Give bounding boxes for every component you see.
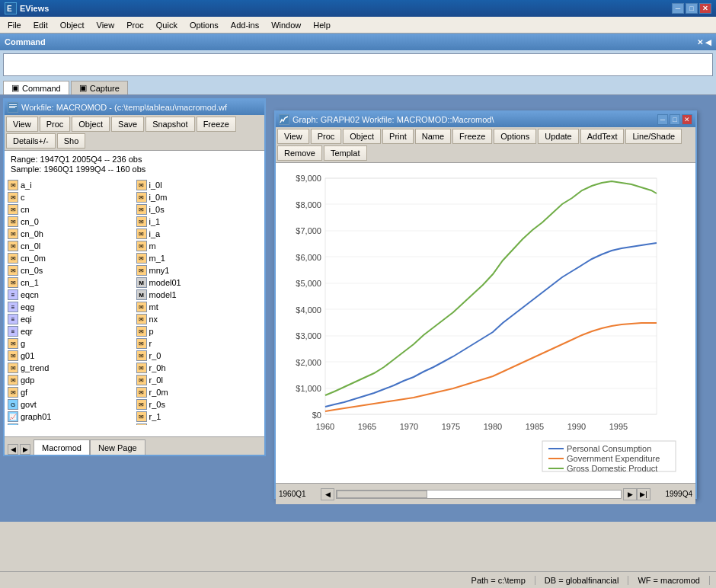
scroll-right-btn[interactable]: ▶ (623, 488, 637, 500)
series-icon: ✉ (8, 375, 18, 385)
var-g_trend[interactable]: ✉g_trend (6, 362, 135, 374)
graph-maximize-btn[interactable]: □ (670, 114, 680, 125)
command-pin[interactable]: ✕ ◀ (697, 38, 711, 46)
var-eqr[interactable]: ≡eqr (6, 325, 135, 337)
tab-next-btn[interactable]: ▶ (20, 444, 30, 455)
scroll-end-btn[interactable]: ▶| (637, 488, 650, 500)
equation-icon: ≡ (8, 302, 18, 312)
var-m[interactable]: ✉m (135, 240, 264, 252)
var-graph01[interactable]: 📈graph01 (6, 411, 135, 423)
workfile-save-btn[interactable]: Save (111, 117, 144, 132)
graph-addtext-btn[interactable]: AddText (580, 129, 625, 144)
graph-options-btn[interactable]: Options (494, 129, 536, 144)
var-mt[interactable]: ✉mt (135, 301, 264, 313)
var-i_0s[interactable]: ✉i_0s (135, 203, 264, 216)
var-r_0s[interactable]: ✉r_0s (135, 398, 264, 411)
workfile-details-btn[interactable]: Details+/- (6, 133, 56, 149)
workfile-snapshot-btn[interactable]: Snapshot (145, 117, 194, 132)
svg-text:$2,000: $2,000 (296, 358, 321, 367)
var-r_0l[interactable]: ✉r_0l (135, 374, 264, 386)
menu-window[interactable]: Window (265, 19, 307, 31)
var-g[interactable]: ✉g (6, 337, 135, 350)
menu-edit[interactable]: Edit (27, 19, 54, 31)
var-graph02[interactable]: 📈graph02 (6, 423, 135, 425)
tab-macromod[interactable]: Macromod (34, 439, 90, 455)
var-r_0m[interactable]: ✉r_0m (135, 386, 264, 398)
var-g01[interactable]: ✉g01 (6, 350, 135, 362)
var-cn_1[interactable]: ✉cn_1 (6, 276, 135, 289)
menu-addins[interactable]: Add-ins (225, 19, 265, 31)
workfile-view-btn[interactable]: View (6, 117, 38, 132)
graph-name-btn[interactable]: Name (415, 129, 451, 144)
var-i_1[interactable]: ✉i_1 (135, 216, 264, 228)
menu-help[interactable]: Help (307, 19, 337, 31)
graph-print-btn[interactable]: Print (382, 129, 414, 144)
var-cn_0s[interactable]: ✉cn_0s (6, 264, 135, 276)
scroll-left-btn[interactable]: ◀ (321, 488, 334, 500)
graph-lineshade-btn[interactable]: Line/Shade (625, 129, 682, 144)
workfile-show-btn[interactable]: Sho (57, 133, 86, 149)
var-r_0h[interactable]: ✉r_0h (135, 362, 264, 374)
var-cn_0l[interactable]: ✉cn_0l (6, 240, 135, 252)
menu-proc[interactable]: Proc (120, 19, 150, 31)
graph-update-btn[interactable]: Update (538, 129, 578, 144)
var-m_1[interactable]: ✉m_1 (135, 252, 264, 264)
graph-template-btn[interactable]: Templat (324, 145, 367, 161)
var-gf[interactable]: ✉gf (6, 386, 135, 398)
var-p[interactable]: ✉p (135, 325, 264, 337)
svg-text:1970: 1970 (400, 422, 418, 431)
var-r_0[interactable]: ✉r_0 (135, 350, 264, 362)
var-r[interactable]: ✉r (135, 337, 264, 350)
var-i_a[interactable]: ✉i_a (135, 228, 264, 240)
scroll-track[interactable] (336, 490, 622, 499)
svg-text:1965: 1965 (358, 422, 376, 431)
tab-new-page[interactable]: New Page (90, 439, 145, 455)
var-r_1[interactable]: ✉r_1 (135, 411, 264, 423)
var-cn_0m[interactable]: ✉cn_0m (6, 252, 135, 264)
var-govt[interactable]: Ggovt (6, 398, 135, 411)
command-input[interactable] (3, 53, 713, 76)
var-c[interactable]: ✉c (6, 191, 135, 203)
minimize-button[interactable]: ─ (672, 3, 684, 14)
var-a_i[interactable]: ✉a_i (6, 179, 135, 191)
series-icon: ✉ (8, 241, 18, 251)
var-gdp[interactable]: ✉gdp (6, 374, 135, 386)
graph-object-btn[interactable]: Object (343, 129, 381, 144)
var-resid[interactable]: ✉resid (135, 423, 264, 425)
workfile-object-btn[interactable]: Object (72, 117, 110, 132)
graph-remove-btn[interactable]: Remove (277, 145, 322, 161)
var-cn_0h[interactable]: ✉cn_0h (6, 228, 135, 240)
workfile-proc-btn[interactable]: Proc (40, 117, 71, 132)
maximize-button[interactable]: □ (686, 3, 698, 14)
var-eqi[interactable]: ≡eqi (6, 313, 135, 325)
var-eqg[interactable]: ≡eqg (6, 301, 135, 313)
var-i_0l[interactable]: ✉i_0l (135, 179, 264, 191)
menu-file[interactable]: File (2, 19, 27, 31)
graph-close-btn[interactable]: ✕ (682, 114, 692, 125)
var-i_0m[interactable]: ✉i_0m (135, 191, 264, 203)
var-eqcn[interactable]: ≡eqcn (6, 289, 135, 301)
menu-object[interactable]: Object (54, 19, 91, 31)
tab-capture[interactable]: ▣ Capture (71, 81, 128, 94)
var-nx[interactable]: ✉nx (135, 313, 264, 325)
menu-view[interactable]: View (91, 19, 121, 31)
series-icon: ✉ (136, 350, 147, 361)
var-model1[interactable]: Mmodel1 (135, 289, 264, 301)
close-button[interactable]: ✕ (699, 3, 711, 14)
workfile-freeze-btn[interactable]: Freeze (197, 117, 236, 132)
graph-proc-btn[interactable]: Proc (311, 129, 342, 144)
var-mny1[interactable]: ✉mny1 (135, 264, 264, 276)
menu-quick[interactable]: Quick (150, 19, 184, 31)
tab-prev-btn[interactable]: ◀ (8, 444, 18, 455)
graph-view-btn[interactable]: View (277, 129, 309, 144)
var-cn_0[interactable]: ✉cn_0 (6, 216, 135, 228)
equation-icon: ≡ (8, 326, 18, 337)
graph-freeze-btn[interactable]: Freeze (452, 129, 492, 144)
menu-options[interactable]: Options (184, 19, 225, 31)
command-tab-label: Command (22, 84, 61, 93)
scroll-thumb[interactable] (337, 491, 427, 498)
tab-command[interactable]: ▣ Command (3, 81, 69, 94)
graph-minimize-btn[interactable]: ─ (657, 114, 668, 125)
var-cn[interactable]: ✉cn (6, 203, 135, 216)
var-model01[interactable]: Mmodel01 (135, 276, 264, 289)
